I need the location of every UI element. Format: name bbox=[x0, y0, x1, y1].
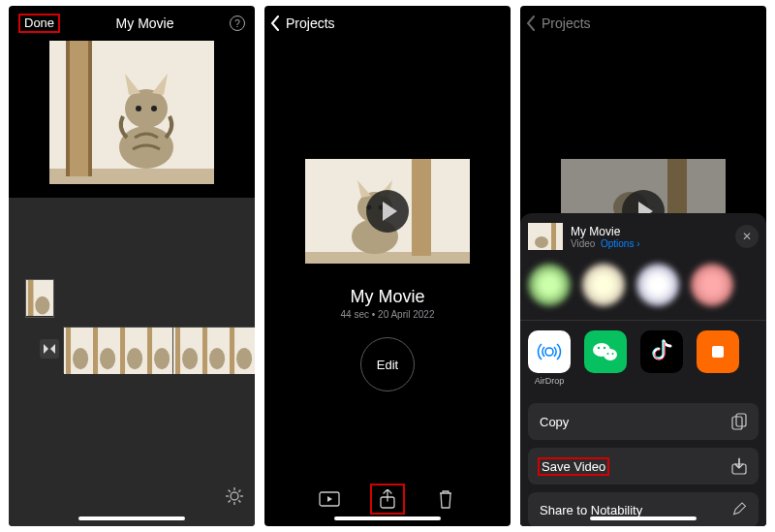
svg-rect-66 bbox=[712, 346, 724, 358]
trash-icon[interactable] bbox=[434, 489, 457, 509]
home-indicator[interactable] bbox=[334, 516, 441, 520]
screen-share-sheet: Projects My Movie Video Options › ✕ bbox=[520, 6, 766, 526]
svg-rect-31 bbox=[230, 328, 234, 374]
video-preview[interactable] bbox=[49, 41, 214, 184]
home-indicator[interactable] bbox=[78, 516, 185, 520]
svg-point-20 bbox=[127, 348, 142, 369]
sheet-options[interactable]: Options › bbox=[601, 238, 640, 249]
share-icon[interactable] bbox=[376, 489, 399, 509]
share-sheet: My Movie Video Options › ✕ AirDrop bbox=[520, 213, 766, 526]
back-label: Projects bbox=[286, 16, 335, 31]
svg-point-11 bbox=[35, 297, 49, 315]
svg-point-62 bbox=[598, 347, 600, 349]
svg-line-38 bbox=[229, 490, 231, 492]
svg-point-33 bbox=[231, 492, 238, 500]
action-copy[interactable]: Copy bbox=[528, 403, 759, 440]
svg-point-14 bbox=[73, 348, 88, 369]
movie-subtitle: 44 sec • 20 April 2022 bbox=[264, 309, 511, 320]
svg-point-6 bbox=[125, 89, 168, 128]
apps-row: AirDrop bbox=[528, 330, 759, 386]
svg-rect-28 bbox=[202, 328, 207, 374]
chevron-left-icon bbox=[270, 16, 280, 31]
svg-rect-68 bbox=[736, 414, 746, 426]
svg-point-65 bbox=[612, 353, 614, 355]
back-projects: Projects bbox=[520, 6, 766, 35]
movie-title: My Movie bbox=[264, 287, 511, 307]
svg-rect-67 bbox=[732, 417, 742, 429]
svg-point-8 bbox=[151, 106, 157, 111]
svg-rect-44 bbox=[412, 159, 431, 256]
svg-rect-4 bbox=[88, 41, 92, 176]
save-icon bbox=[731, 457, 747, 475]
svg-rect-22 bbox=[147, 328, 152, 374]
transition-icon[interactable] bbox=[40, 339, 59, 359]
done-button[interactable]: Done bbox=[18, 14, 60, 33]
svg-rect-25 bbox=[175, 328, 180, 374]
app-generic[interactable] bbox=[697, 330, 739, 386]
app-airdrop-label: AirDrop bbox=[528, 376, 571, 386]
screen-project-detail: Projects My Movie 44 sec • 20 April 2022… bbox=[264, 6, 511, 526]
close-icon[interactable]: ✕ bbox=[735, 225, 759, 248]
svg-rect-19 bbox=[120, 328, 125, 374]
svg-point-7 bbox=[136, 106, 141, 111]
svg-point-58 bbox=[535, 236, 548, 248]
svg-rect-13 bbox=[66, 328, 71, 374]
svg-rect-3 bbox=[66, 41, 70, 176]
app-wechat[interactable] bbox=[584, 330, 627, 386]
svg-point-64 bbox=[607, 353, 609, 355]
svg-rect-16 bbox=[93, 328, 98, 374]
svg-point-63 bbox=[604, 347, 605, 349]
svg-point-61 bbox=[604, 349, 617, 360]
svg-rect-43 bbox=[305, 252, 470, 264]
gear-icon[interactable] bbox=[226, 487, 243, 505]
pencil-icon bbox=[731, 502, 747, 517]
action-save-video[interactable]: Save Video bbox=[528, 448, 759, 485]
svg-line-39 bbox=[238, 500, 240, 502]
divider bbox=[520, 320, 766, 321]
movie-title: My Movie bbox=[116, 16, 174, 31]
screen-editor: Done My Movie ? bbox=[9, 6, 255, 526]
copy-icon bbox=[731, 413, 747, 430]
edit-button[interactable]: Edit bbox=[360, 337, 415, 391]
svg-rect-10 bbox=[28, 280, 34, 316]
chevron-left-icon bbox=[526, 16, 536, 31]
sheet-subtitle: Video bbox=[571, 238, 595, 249]
video-preview[interactable] bbox=[305, 159, 470, 264]
app-tiktok[interactable] bbox=[640, 330, 683, 386]
app-airdrop[interactable]: AirDrop bbox=[528, 330, 571, 386]
svg-point-29 bbox=[209, 348, 225, 369]
play-rect-icon[interactable] bbox=[318, 489, 341, 509]
svg-rect-2 bbox=[69, 41, 88, 176]
home-indicator[interactable] bbox=[590, 516, 697, 520]
svg-point-26 bbox=[182, 348, 198, 369]
svg-point-17 bbox=[100, 348, 115, 369]
sheet-thumbnail bbox=[528, 223, 563, 250]
back-label: Projects bbox=[542, 16, 591, 31]
help-icon[interactable]: ? bbox=[230, 16, 245, 31]
svg-line-41 bbox=[229, 500, 231, 502]
timeline-strip[interactable] bbox=[63, 327, 255, 373]
svg-rect-57 bbox=[551, 223, 556, 250]
svg-line-40 bbox=[238, 490, 240, 492]
svg-point-32 bbox=[236, 348, 252, 369]
contacts-row[interactable] bbox=[528, 264, 759, 306]
svg-point-59 bbox=[545, 348, 553, 356]
svg-point-23 bbox=[154, 348, 170, 369]
back-projects[interactable]: Projects bbox=[264, 6, 511, 35]
play-icon[interactable] bbox=[366, 190, 409, 233]
action-share-notability[interactable]: Share to Notability bbox=[528, 492, 759, 526]
sheet-title: My Movie bbox=[571, 225, 728, 238]
clip-thumbnail[interactable] bbox=[25, 279, 54, 318]
